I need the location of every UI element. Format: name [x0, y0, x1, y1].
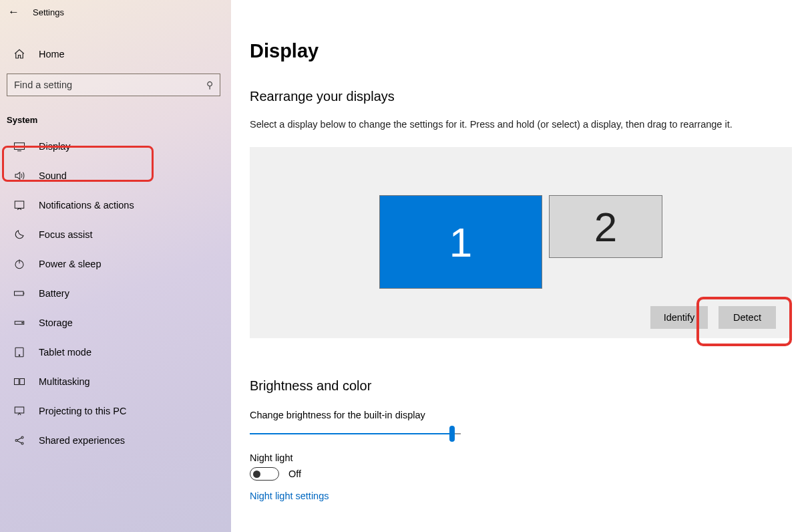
search-wrap: ⚲ [0, 65, 231, 96]
monitors-pane: 1 2 Identify Detect [250, 147, 792, 338]
svg-point-13 [21, 442, 23, 444]
storage-icon [13, 317, 25, 329]
sidebar-item-display[interactable]: Display [0, 132, 231, 161]
sidebar-item-projecting[interactable]: Projecting to this PC [0, 396, 231, 426]
multitasking-icon [13, 376, 25, 388]
svg-rect-1 [15, 201, 24, 209]
sidebar-item-label: Projecting to this PC [39, 406, 126, 416]
sidebar-item-label: Shared experiences [39, 435, 125, 446]
svg-rect-8 [15, 379, 19, 385]
display-icon [13, 140, 25, 152]
detect-button[interactable]: Detect [719, 306, 776, 329]
svg-point-7 [19, 355, 20, 356]
sidebar-item-label: Power & sleep [39, 259, 102, 269]
sidebar-item-power-sleep[interactable]: Power & sleep [0, 249, 231, 279]
sound-icon [13, 170, 25, 182]
sidebar-item-sound[interactable]: Sound [0, 161, 231, 190]
sidebar-item-battery[interactable]: Battery [0, 279, 231, 308]
search-box[interactable]: ⚲ [7, 74, 220, 96]
back-icon[interactable]: ← [8, 5, 19, 19]
focus-assist-icon [13, 229, 25, 241]
sidebar-item-notifications[interactable]: Notifications & actions [0, 190, 231, 220]
sidebar: ← Settings Home ⚲ System Display Sound N… [0, 0, 231, 532]
sidebar-item-focus-assist[interactable]: Focus assist [0, 220, 231, 249]
nightlight-toggle[interactable] [250, 467, 279, 481]
power-icon [13, 258, 25, 270]
main-content: Display Rearrange your displays Select a… [231, 0, 812, 532]
brightness-slider[interactable] [250, 424, 461, 443]
search-icon: ⚲ [206, 80, 213, 90]
nightlight-label: Night light [250, 452, 812, 463]
sidebar-item-label: Battery [39, 288, 69, 299]
rearrange-heading: Rearrange your displays [250, 89, 812, 104]
svg-point-11 [15, 440, 17, 442]
monitor-1[interactable]: 1 [379, 195, 542, 289]
svg-point-5 [22, 322, 23, 323]
brightness-label: Change brightness for the built-in displ… [250, 410, 812, 420]
shared-icon [13, 434, 25, 446]
sidebar-item-label: Focus assist [39, 229, 93, 240]
svg-point-12 [21, 436, 23, 438]
sidebar-item-label: Tablet mode [39, 347, 91, 358]
app-title: Settings [33, 7, 64, 17]
home-button[interactable]: Home [0, 43, 231, 65]
sidebar-item-label: Sound [39, 170, 67, 181]
svg-rect-10 [15, 407, 24, 413]
projecting-icon [13, 405, 25, 417]
search-input[interactable] [14, 80, 206, 90]
slider-thumb[interactable] [449, 426, 455, 442]
identify-button[interactable]: Identify [650, 306, 708, 329]
nightlight-settings-link[interactable]: Night light settings [250, 491, 329, 501]
sidebar-item-label: Storage [39, 317, 73, 328]
svg-rect-9 [20, 379, 25, 385]
home-icon [13, 48, 25, 60]
nav-list: Display Sound Notifications & actions Fo… [0, 132, 231, 455]
battery-icon [13, 287, 25, 299]
sidebar-item-tablet-mode[interactable]: Tablet mode [0, 338, 231, 367]
tablet-icon [13, 346, 25, 358]
nightlight-state: Off [288, 469, 301, 479]
svg-rect-0 [15, 143, 25, 150]
sidebar-item-label: Multitasking [39, 376, 90, 387]
brightness-heading: Brightness and color [250, 378, 812, 394]
sidebar-item-shared-experiences[interactable]: Shared experiences [0, 426, 231, 455]
sidebar-item-label: Display [39, 141, 71, 152]
monitor-2[interactable]: 2 [549, 195, 662, 258]
svg-rect-3 [15, 291, 24, 295]
sidebar-item-multitasking[interactable]: Multitasking [0, 367, 231, 396]
home-label: Home [39, 49, 65, 59]
notifications-icon [13, 199, 25, 211]
rearrange-desc: Select a display below to change the set… [250, 119, 812, 130]
sidebar-item-label: Notifications & actions [39, 200, 134, 211]
page-title: Display [250, 40, 812, 62]
category-label: System [0, 96, 231, 132]
slider-fill [250, 433, 452, 434]
sidebar-item-storage[interactable]: Storage [0, 308, 231, 338]
